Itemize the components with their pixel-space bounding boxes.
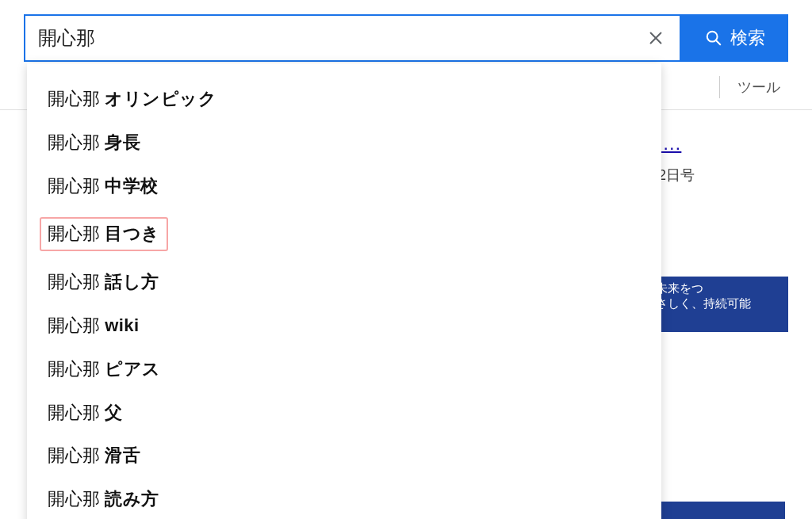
suggestion-suffix: 目つき [105,223,160,243]
suggestion-item[interactable]: 開心那 目つき [27,208,661,261]
suggestion-suffix: オリンピック [105,89,216,109]
suggestion-prefix: 開心那 [48,315,105,335]
suggestion-prefix: 開心那 [48,132,105,152]
suggestion-suffix: ピアス [105,359,161,379]
suggestion-item[interactable]: 開心那 話し方 [27,261,661,304]
suggestion-suffix: 滑舌 [105,445,140,465]
suggestion-prefix: 開心那 [48,445,105,465]
suggestion-highlight: 開心那 目つき [40,217,168,251]
suggestion-suffix: wiki [105,315,140,335]
toolbar-divider [719,76,720,98]
suggestion-item[interactable]: 開心那 滑舌 [27,434,661,478]
suggestion-prefix: 開心那 [48,359,105,379]
suggestion-suffix: 中学校 [105,176,159,196]
suggestion-prefix: 開心那 [48,176,105,196]
suggestion-item[interactable]: 開心那 中学校 [27,165,661,208]
suggestion-item[interactable]: 開心那 wiki [27,304,661,348]
suggestion-prefix: 開心那 [48,489,105,509]
suggestion-item[interactable]: 開心那 ピアス [27,348,661,391]
search-input-container [24,14,681,62]
suggestion-prefix: 開心那 [48,272,105,292]
suggestion-item[interactable]: 開心那 オリンピック [27,78,661,121]
clear-button[interactable] [645,27,667,49]
suggestion-suffix: 父 [105,403,123,422]
suggestion-item[interactable]: 開心那 読み方 [27,478,661,519]
search-input[interactable] [38,27,645,49]
tools-link[interactable]: ツール [737,78,780,97]
suggestion-suffix: 読み方 [105,489,159,509]
suggestion-item[interactable]: 開心那 身長 [27,121,661,165]
suggestion-suffix: 身長 [105,132,140,152]
svg-line-3 [715,40,720,45]
search-button-label: 検索 [730,26,765,50]
search-button[interactable]: 検索 [681,14,788,62]
suggestion-prefix: 開心那 [48,403,105,422]
suggestion-prefix: 開心那 [48,223,105,243]
suggestions-dropdown: 開心那 オリンピック開心那 身長開心那 中学校開心那 目つき開心那 話し方開心那… [27,63,661,519]
suggestion-item[interactable]: 開心那 父 [27,391,661,435]
suggestion-prefix: 開心那 [48,89,105,109]
search-icon [705,29,722,47]
search-bar: 検索 [24,14,788,62]
close-icon [647,29,665,47]
suggestion-suffix: 話し方 [105,272,159,292]
